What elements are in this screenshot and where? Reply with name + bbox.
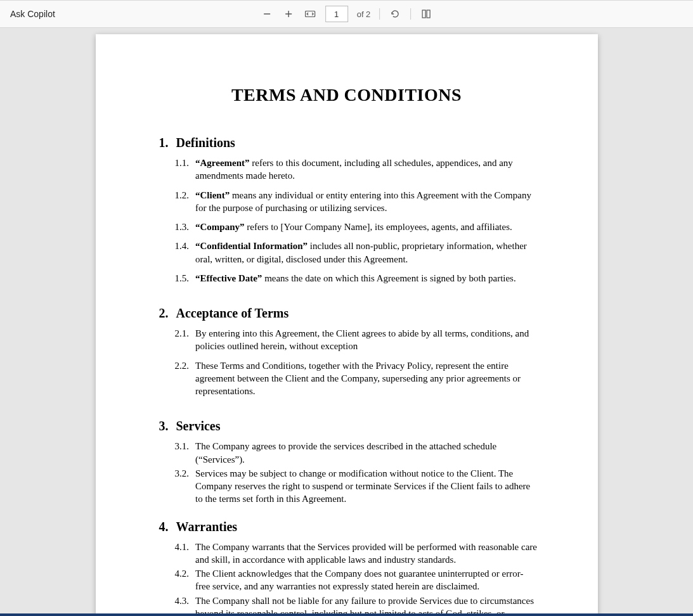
section-title: Services [176,419,221,433]
clause-text: means any individual or entity entering … [195,190,531,213]
defined-term: “Client” [195,190,230,200]
clause-text: The Client acknowledges that the Company… [195,568,523,591]
page-number-input[interactable] [325,6,348,22]
clause-number: 4.1. [175,541,190,567]
clause-number: 2.1. [175,327,190,353]
document-title: TERMS AND CONDITIONS [156,85,538,105]
section: 3.Services3.1.The Company agrees to prov… [156,419,538,505]
section-title: Warranties [176,520,238,534]
clause-number: 1.2. [175,189,190,215]
toolbar-divider [379,8,380,20]
clause: 2.2.These Terms and Conditions, together… [156,359,538,398]
clause-list: 2.1.By entering into this Agreement, the… [156,327,538,397]
defined-term: “Agreement” [195,158,250,168]
clause-body: The Company warrants that the Services p… [195,541,538,567]
clause-body: “Agreement” refers to this document, inc… [195,157,538,183]
section-heading: 2.Acceptance of Terms [156,306,538,321]
fit-width-button[interactable] [304,8,316,20]
clause-list: 3.1.The Company agrees to provide the se… [156,440,538,505]
defined-term: “Confidential Information” [195,241,308,251]
clause-text: means the date on which this Agreement i… [262,273,515,283]
clause-text: The Company warrants that the Services p… [195,542,537,565]
section-title: Acceptance of Terms [176,306,289,321]
clause-body: “Company” refers to [Your Company Name],… [195,221,538,233]
clause: 1.2.“Client” means any individual or ent… [156,189,538,215]
clause: 1.3.“Company” refers to [Your Company Na… [156,221,538,233]
clause-number: 1.5. [175,272,190,285]
clause-text: refers to [Your Company Name], its emplo… [245,222,512,232]
clause-body: By entering into this Agreement, the Cli… [195,327,538,353]
clause: 3.1.The Company agrees to provide the se… [156,440,538,466]
svg-rect-5 [427,10,430,18]
clause-number: 3.1. [175,440,190,466]
document-viewport[interactable]: TERMS AND CONDITIONS 1.Definitions1.1.“A… [0,28,693,616]
rotate-button[interactable] [389,8,401,20]
zoom-in-button[interactable] [282,8,295,20]
toolbar-divider [410,8,411,20]
clause: 1.4.“Confidential Information” includes … [156,240,538,266]
clause-body: “Effective Date” means the date on which… [195,272,538,285]
clause-text: The Company agrees to provide the servic… [195,441,496,464]
section: 4.Warranties4.1.The Company warrants tha… [156,520,538,617]
toolbar-center-controls: of 2 [261,6,433,22]
section-title: Definitions [176,136,235,150]
section-heading: 1.Definitions [156,136,538,150]
clause-number: 1.1. [175,157,190,183]
clause-list: 4.1.The Company warrants that the Servic… [156,541,538,617]
pdf-toolbar: Ask Copilot of 2 [0,0,693,28]
section: 1.Definitions1.1.“Agreement” refers to t… [156,136,538,285]
section: 2.Acceptance of Terms2.1.By entering int… [156,306,538,397]
clause-body: These Terms and Conditions, together wit… [195,359,538,398]
section-heading: 3.Services [156,419,538,433]
clause: 1.5.“Effective Date” means the date on w… [156,272,538,285]
clause-number: 4.3. [175,594,190,617]
document-page: TERMS AND CONDITIONS 1.Definitions1.1.“A… [96,34,598,616]
clause-body: “Client” means any individual or entity … [195,189,538,215]
section-number: 4. [156,520,169,534]
section-number: 3. [156,419,169,433]
clause: 1.1.“Agreement” refers to this document,… [156,157,538,183]
svg-rect-4 [422,10,425,18]
zoom-out-button[interactable] [261,8,273,20]
page-total-label: of 2 [357,10,371,19]
clause-list: 1.1.“Agreement” refers to this document,… [156,157,538,285]
clause: 3.2.Services may be subject to change or… [156,467,538,506]
clause: 4.3.The Company shall not be liable for … [156,594,538,617]
clause: 4.2.The Client acknowledges that the Com… [156,567,538,593]
clause-text: These Terms and Conditions, together wit… [195,361,521,397]
clause-body: Services may be subject to change or mod… [195,467,538,506]
section-heading: 4.Warranties [156,520,538,534]
ask-copilot-button[interactable]: Ask Copilot [6,6,59,22]
clause-number: 1.3. [175,221,190,233]
clause-body: The Company shall not be liable for any … [195,594,538,617]
clause-number: 2.2. [175,359,190,398]
clause-number: 3.2. [175,467,190,506]
clause: 4.1.The Company warrants that the Servic… [156,541,538,567]
clause-text: By entering into this Agreement, the Cli… [195,328,529,351]
clause-number: 1.4. [175,240,190,266]
section-number: 1. [156,136,169,150]
section-number: 2. [156,306,169,321]
defined-term: “Effective Date” [195,273,262,283]
clause-text: Services may be subject to change or mod… [195,468,530,504]
clause-body: The Company agrees to provide the servic… [195,440,538,466]
clause-body: “Confidential Information” includes all … [195,240,538,266]
taskbar-edge [0,613,693,616]
clause-number: 4.2. [175,567,190,593]
clause: 2.1.By entering into this Agreement, the… [156,327,538,353]
defined-term: “Company” [195,222,245,232]
clause-body: The Client acknowledges that the Company… [195,567,538,593]
page-view-button[interactable] [420,8,432,20]
